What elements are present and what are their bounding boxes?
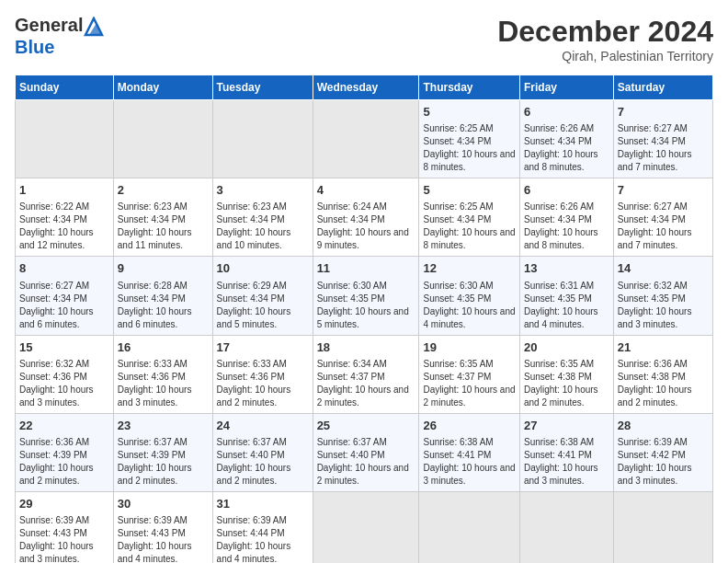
day-number: 5 (423, 182, 516, 199)
sunset: Sunset: 4:35 PM (524, 293, 592, 304)
day-number: 8 (19, 260, 109, 277)
calendar-cell: 10Sunrise: 6:29 AMSunset: 4:34 PMDayligh… (212, 257, 313, 335)
daylight: Daylight: 10 hours and 3 minutes. (118, 385, 192, 408)
daylight: Daylight: 10 hours and 2 minutes. (118, 463, 192, 486)
calendar-cell: 12Sunrise: 6:30 AMSunset: 4:35 PMDayligh… (419, 257, 520, 335)
calendar-cell: 21Sunrise: 6:36 AMSunset: 4:38 PMDayligh… (613, 335, 712, 413)
day-number: 1 (19, 182, 109, 199)
sunset: Sunset: 4:41 PM (524, 450, 592, 460)
sunset: Sunset: 4:41 PM (423, 450, 491, 460)
daylight: Daylight: 10 hours and 3 minutes. (19, 541, 94, 563)
daylight: Daylight: 10 hours and 3 minutes. (19, 385, 94, 408)
page-subtitle: Qirah, Palestinian Territory (497, 49, 713, 63)
calendar-table: Sunday Monday Tuesday Wednesday Thursday… (15, 75, 713, 563)
calendar-cell: 14Sunrise: 6:32 AMSunset: 4:35 PMDayligh… (613, 257, 712, 335)
calendar-cell: 8Sunrise: 6:27 AMSunset: 4:34 PMDaylight… (16, 257, 114, 335)
sunrise: Sunrise: 6:27 AM (19, 281, 89, 291)
daylight: Daylight: 10 hours and 11 minutes. (118, 227, 192, 250)
daylight: Daylight: 10 hours and 8 minutes. (524, 227, 598, 250)
daylight: Daylight: 10 hours and 2 minutes. (317, 385, 409, 408)
daylight: Daylight: 10 hours and 4 minutes. (524, 306, 598, 329)
sunset: Sunset: 4:34 PM (618, 136, 686, 146)
daylight: Daylight: 10 hours and 9 minutes. (317, 227, 409, 250)
sunset: Sunset: 4:44 PM (217, 528, 285, 538)
sunset: Sunset: 4:43 PM (118, 528, 186, 538)
daylight: Daylight: 10 hours and 3 minutes. (618, 463, 692, 486)
col-friday: Friday (519, 75, 613, 100)
calendar-cell: 19Sunrise: 6:35 AMSunset: 4:37 PMDayligh… (419, 335, 520, 413)
logo: General Blue (15, 15, 104, 58)
daylight: Daylight: 10 hours and 8 minutes. (524, 149, 598, 172)
sunset: Sunset: 4:35 PM (423, 293, 491, 304)
sunset: Sunset: 4:36 PM (118, 372, 186, 382)
day-number: 5 (423, 104, 516, 121)
day-number: 6 (524, 104, 609, 121)
calendar-cell: 18Sunrise: 6:34 AMSunset: 4:37 PMDayligh… (313, 335, 419, 413)
calendar-cell: 15Sunrise: 6:32 AMSunset: 4:36 PMDayligh… (16, 335, 114, 413)
calendar-week-5: 22Sunrise: 6:36 AMSunset: 4:39 PMDayligh… (16, 413, 713, 491)
daylight: Daylight: 10 hours and 12 minutes. (19, 227, 94, 250)
logo-blue: Blue (15, 37, 104, 58)
calendar-cell: 24Sunrise: 6:37 AMSunset: 4:40 PMDayligh… (212, 413, 313, 491)
sunset: Sunset: 4:38 PM (618, 372, 686, 382)
daylight: Daylight: 10 hours and 3 minutes. (423, 463, 515, 486)
calendar-cell (212, 100, 313, 178)
day-number: 14 (618, 260, 709, 277)
col-wednesday: Wednesday (313, 75, 419, 100)
day-number: 2 (118, 182, 209, 199)
sunrise: Sunrise: 6:34 AM (317, 359, 387, 369)
sunrise: Sunrise: 6:28 AM (118, 281, 188, 291)
daylight: Daylight: 10 hours and 4 minutes. (118, 541, 192, 563)
day-number: 7 (618, 104, 709, 121)
day-number: 6 (524, 182, 609, 199)
calendar-cell: 26Sunrise: 6:38 AMSunset: 4:41 PMDayligh… (419, 413, 520, 491)
calendar-week-4: 15Sunrise: 6:32 AMSunset: 4:36 PMDayligh… (16, 335, 713, 413)
day-number: 16 (118, 339, 209, 356)
sunset: Sunset: 4:40 PM (317, 450, 385, 460)
sunset: Sunset: 4:34 PM (19, 293, 87, 304)
calendar-cell: 25Sunrise: 6:37 AMSunset: 4:40 PMDayligh… (313, 413, 419, 491)
sunrise: Sunrise: 6:36 AM (618, 359, 688, 369)
calendar-cell: 7Sunrise: 6:27 AMSunset: 4:34 PMDaylight… (613, 178, 712, 257)
sunset: Sunset: 4:40 PM (217, 450, 285, 460)
sunrise: Sunrise: 6:30 AM (317, 281, 387, 291)
col-saturday: Saturday (613, 75, 712, 100)
sunset: Sunset: 4:39 PM (19, 450, 87, 460)
calendar-cell: 6Sunrise: 6:26 AMSunset: 4:34 PMDaylight… (519, 100, 613, 178)
calendar-cell: 7Sunrise: 6:27 AMSunset: 4:34 PMDaylight… (613, 100, 712, 178)
sunset: Sunset: 4:36 PM (217, 372, 285, 382)
daylight: Daylight: 10 hours and 5 minutes. (217, 306, 291, 329)
day-number: 27 (524, 418, 609, 434)
daylight: Daylight: 10 hours and 3 minutes. (618, 306, 692, 329)
day-number: 7 (618, 182, 709, 199)
daylight: Daylight: 10 hours and 2 minutes. (423, 385, 515, 408)
sunset: Sunset: 4:34 PM (217, 214, 285, 224)
calendar-header-row: Sunday Monday Tuesday Wednesday Thursday… (16, 75, 713, 100)
sunrise: Sunrise: 6:24 AM (317, 201, 387, 212)
page-title: December 2024 (497, 15, 713, 49)
calendar-cell: 3Sunrise: 6:23 AMSunset: 4:34 PMDaylight… (212, 178, 313, 257)
sunset: Sunset: 4:34 PM (423, 214, 491, 224)
sunrise: Sunrise: 6:32 AM (19, 359, 89, 369)
sunrise: Sunrise: 6:27 AM (618, 123, 688, 133)
calendar-cell: 31Sunrise: 6:39 AMSunset: 4:44 PMDayligh… (212, 491, 313, 563)
sunrise: Sunrise: 6:33 AM (217, 359, 287, 369)
sunset: Sunset: 4:34 PM (118, 214, 186, 224)
daylight: Daylight: 10 hours and 2 minutes. (317, 463, 409, 486)
calendar-cell (419, 491, 520, 563)
calendar-cell: 16Sunrise: 6:33 AMSunset: 4:36 PMDayligh… (113, 335, 212, 413)
day-number: 29 (19, 496, 109, 512)
calendar-cell: 13Sunrise: 6:31 AMSunset: 4:35 PMDayligh… (519, 257, 613, 335)
sunrise: Sunrise: 6:33 AM (118, 359, 188, 369)
title-area: December 2024 Qirah, Palestinian Territo… (497, 15, 713, 63)
daylight: Daylight: 10 hours and 7 minutes. (618, 227, 692, 250)
sunrise: Sunrise: 6:35 AM (524, 359, 594, 369)
day-number: 26 (423, 418, 516, 434)
col-sunday: Sunday (16, 75, 114, 100)
sunset: Sunset: 4:37 PM (423, 372, 491, 382)
sunrise: Sunrise: 6:30 AM (423, 281, 493, 291)
calendar-cell: 1Sunrise: 6:22 AMSunset: 4:34 PMDaylight… (16, 178, 114, 257)
logo-text: General (15, 15, 104, 37)
daylight: Daylight: 10 hours and 2 minutes. (19, 463, 94, 486)
sunset: Sunset: 4:43 PM (19, 528, 87, 538)
